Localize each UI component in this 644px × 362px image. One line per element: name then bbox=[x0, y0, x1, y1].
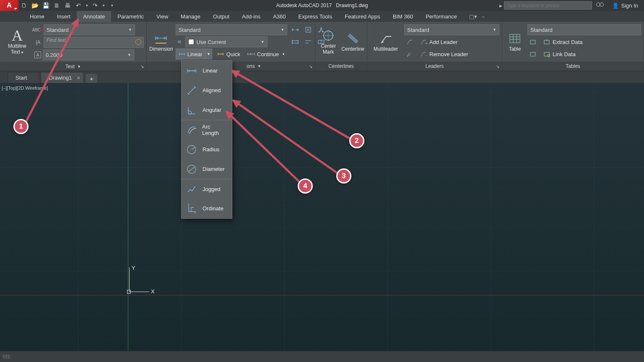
linear-dropdown-icon[interactable]: ▼ bbox=[205, 49, 212, 59]
multiline-text-button[interactable]: A MultilineText ▾ bbox=[3, 23, 32, 60]
flyout-linear[interactable]: Linear bbox=[182, 61, 232, 80]
undo-dropdown-icon[interactable]: ▾ bbox=[84, 0, 90, 11]
collab-icon[interactable] bbox=[596, 3, 604, 8]
print-icon[interactable]: 🖶 bbox=[62, 0, 73, 11]
flyout-arclength[interactable]: Arc Length bbox=[182, 120, 232, 140]
svg-rect-9 bbox=[544, 52, 549, 56]
tab-view[interactable]: View bbox=[150, 11, 174, 22]
flyout-aligned-label: Aligned bbox=[203, 87, 221, 93]
table-button[interactable]: Table bbox=[505, 23, 525, 60]
panel-tables: Table Standard Extract Data Link Data Ta… bbox=[502, 22, 644, 71]
open-icon[interactable]: 📂 bbox=[29, 0, 40, 11]
panel-centerlines-label: Centerlines bbox=[315, 62, 367, 71]
flyout-angular[interactable]: Angular bbox=[182, 100, 232, 120]
redo-dropdown-icon[interactable]: ▾ bbox=[101, 0, 106, 11]
ordinate-icon: YX bbox=[186, 203, 197, 215]
quick-access-toolbar: 🗋 📂 💾 🗎 🖶 ↶ ▾ ↷ ▾ ▾ bbox=[18, 0, 117, 11]
find-text-input[interactable]: Find text bbox=[44, 37, 144, 48]
dimension-type-flyout: Linear Aligned Angular Arc Length Radius… bbox=[181, 60, 232, 219]
new-icon[interactable]: 🗋 bbox=[18, 0, 29, 11]
tab-a360[interactable]: A360 bbox=[267, 11, 292, 22]
dim-layer-value: Use Current bbox=[197, 39, 226, 45]
abc-check-icon[interactable]: ABC✔ bbox=[34, 26, 42, 34]
dim-baseline-icon[interactable] bbox=[290, 36, 301, 47]
dim-update-icon[interactable] bbox=[303, 24, 314, 35]
height-a-icon[interactable]: A bbox=[34, 52, 41, 58]
help-search-input[interactable] bbox=[504, 1, 592, 10]
continue-dim-button[interactable]: Continue▾ bbox=[245, 49, 287, 59]
flyout-radius[interactable]: Radius bbox=[182, 140, 232, 159]
signin-button[interactable]: 👤 Sign In bbox=[606, 0, 644, 11]
tab-manage[interactable]: Manage bbox=[174, 11, 207, 22]
flyout-jogged[interactable]: Jogged bbox=[182, 179, 232, 199]
linear-icon bbox=[186, 65, 197, 77]
dialog-launcher-icon[interactable]: ↘ bbox=[309, 64, 312, 69]
tab-home[interactable]: Home bbox=[23, 11, 51, 22]
status-grip-icon[interactable] bbox=[0, 351, 13, 362]
panel-text-label[interactable]: Text▼↘ bbox=[0, 62, 146, 71]
add-leader-button[interactable]: +Add Leader bbox=[417, 36, 460, 47]
tab-bim360[interactable]: BIM 360 bbox=[387, 11, 419, 22]
layers-icon: ≋ bbox=[176, 38, 183, 46]
dialog-launcher-icon[interactable]: ↘ bbox=[496, 64, 499, 69]
save-icon[interactable]: 💾 bbox=[40, 0, 51, 11]
status-bar bbox=[0, 351, 644, 362]
app-menu-button[interactable]: A bbox=[0, 0, 18, 11]
remove-leader-label: Remove Leader bbox=[429, 51, 468, 57]
x-axis-line bbox=[0, 295, 644, 295]
svg-point-10 bbox=[548, 54, 550, 57]
extract-label: Extract Data bbox=[553, 39, 583, 45]
tab-express[interactable]: Express Tools bbox=[292, 11, 339, 22]
tab-parametric[interactable]: Parametric bbox=[111, 11, 150, 22]
qat-customize-icon[interactable]: ▾ bbox=[106, 0, 117, 11]
ribbon-tabs: Home Insert Annotate Parametric View Man… bbox=[0, 11, 644, 22]
quick-dim-button[interactable]: Quick bbox=[214, 49, 243, 59]
flyout-diameter[interactable]: Diameter bbox=[182, 159, 232, 179]
multileader-icon bbox=[379, 31, 393, 46]
dim-break-icon[interactable] bbox=[290, 24, 301, 35]
undo-icon[interactable]: ↶ bbox=[73, 0, 84, 11]
flyout-aligned[interactable]: Aligned bbox=[182, 80, 232, 100]
tab-featured[interactable]: Featured Apps bbox=[338, 11, 387, 22]
leader-collect-icon[interactable] bbox=[404, 49, 415, 59]
linear-split-button[interactable]: Linear ▼ bbox=[176, 49, 212, 59]
multileader-button[interactable]: Multileader bbox=[370, 23, 402, 60]
ribbon-minimize-icon[interactable]: – bbox=[482, 14, 485, 19]
leader-style-combo[interactable]: Standard▼ bbox=[404, 24, 499, 35]
flyout-ordinate[interactable]: YXOrdinate bbox=[182, 199, 232, 218]
find-icon[interactable]: |A bbox=[34, 39, 42, 46]
dim-style-combo[interactable]: Standard▼ bbox=[176, 24, 287, 35]
centerline-button[interactable]: Centerline bbox=[341, 23, 364, 60]
table-ext-icon2[interactable] bbox=[527, 49, 538, 59]
leader-align-icon[interactable] bbox=[404, 36, 415, 47]
tab-output[interactable]: Output bbox=[207, 11, 236, 22]
tab-close-icon[interactable]: × bbox=[77, 75, 80, 81]
table-ext-icon1[interactable] bbox=[527, 36, 538, 47]
redo-icon[interactable]: ↷ bbox=[90, 0, 101, 11]
dialog-launcher-icon[interactable]: ↘ bbox=[140, 64, 144, 69]
user-icon: 👤 bbox=[612, 3, 619, 9]
dimension-button[interactable]: Dimension bbox=[149, 23, 173, 60]
table-style-combo[interactable]: Standard bbox=[527, 24, 641, 35]
tab-start[interactable]: Start bbox=[8, 72, 39, 83]
remove-leader-button[interactable]: −Remove Leader bbox=[417, 49, 471, 59]
svg-rect-8 bbox=[530, 52, 535, 56]
callout-2: 2 bbox=[349, 133, 364, 148]
saveas-icon[interactable]: 🗎 bbox=[51, 0, 62, 11]
tab-performance[interactable]: Performance bbox=[419, 11, 463, 22]
ribbon-overflow-icon[interactable]: ▢▾ bbox=[469, 13, 477, 20]
search-play-icon[interactable]: ▸ bbox=[499, 3, 502, 9]
dim-layer-combo[interactable]: Use Current▼ bbox=[185, 36, 267, 47]
dim-space-icon[interactable] bbox=[303, 36, 314, 47]
extract-data-button[interactable]: Extract Data bbox=[540, 36, 585, 47]
tab-add-button[interactable]: + bbox=[86, 74, 97, 83]
link-data-button[interactable]: Link Data bbox=[540, 49, 578, 59]
jogged-icon bbox=[186, 183, 197, 195]
panel-centerlines: CenterMark Centerline Centerlines bbox=[315, 22, 367, 71]
text-style-combo[interactable]: Standard▼ bbox=[44, 24, 135, 35]
dimension-label: Dimension bbox=[149, 47, 173, 52]
tab-addins[interactable]: Add-ins bbox=[236, 11, 267, 22]
flyout-ordinate-label: Ordinate bbox=[203, 205, 223, 212]
centermark-button[interactable]: CenterMark bbox=[318, 23, 339, 60]
panel-leaders-label[interactable]: Leaders↘ bbox=[367, 62, 502, 71]
